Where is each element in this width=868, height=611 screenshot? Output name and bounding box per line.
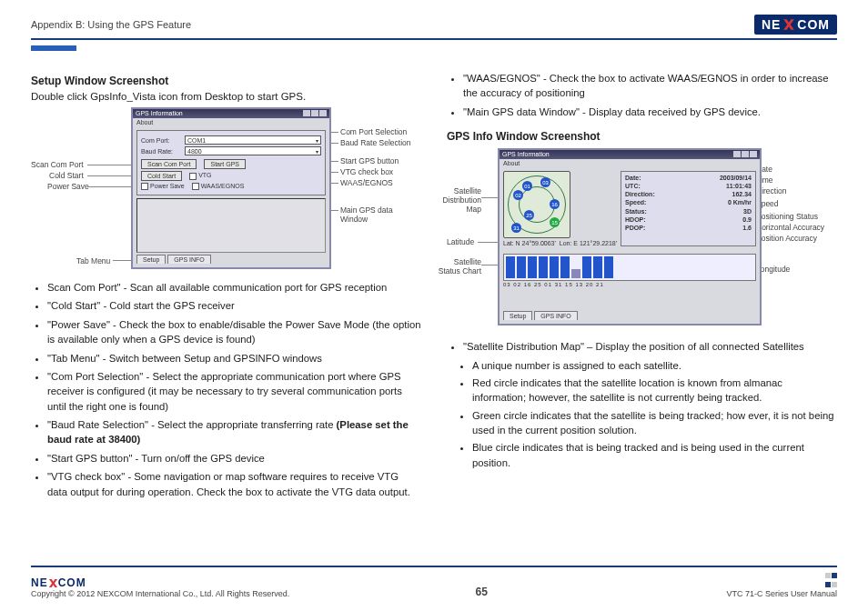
bullet-item: "Satellite Distribution Map" – Display t… [463,339,837,354]
bullet-item: "Tab Menu" - Switch between Setup and GP… [47,351,421,366]
scan-comport-button[interactable]: Scan Com Port [141,159,197,169]
callout-comsel: Com Port Selection [340,127,407,136]
left-column: Setup Window Screenshot Double click Gps… [31,67,421,503]
right-top-bullets: "WAAS/EGNOS" - Check the box to activate… [447,71,837,119]
gpsinfo-screenshot-wrap: Satellite Distribution Map Latitude Sate… [447,148,837,330]
logo-x-icon [782,18,795,31]
setup-tab[interactable]: Setup [136,255,166,264]
bullet-item: "VTG check box" - Some navigation or map… [47,469,421,499]
satellite-bars [503,254,756,281]
callout-power: Power Save [47,182,89,191]
start-gps-button[interactable]: Start GPS [204,159,246,169]
main-gps-data-area [136,198,326,253]
bullet-item: Scan Com Port" - Scan all available comm… [47,280,421,295]
right-column: "WAAS/EGNOS" - Check the box to activate… [447,67,837,503]
vtg-checkbox[interactable]: VTG [189,172,211,179]
sub-bullet-item: A unique number is assigned to each sate… [472,358,837,373]
right-bullets: "Satellite Distribution Map" – Display t… [447,339,837,354]
bullet-item: "Cold Start" - Cold start the GPS receiv… [47,298,421,313]
callout-waas: WAAS/EGNOS [340,178,393,187]
power-save-checkbox[interactable]: Power Save [141,183,185,190]
copyright-text: Copyright © 2012 NEXCOM International Co… [31,589,289,598]
brand-logo: NECOM [754,15,837,35]
comport-select[interactable]: COM1 [185,135,321,145]
callout-cold: Cold Start [49,171,84,180]
callout-vtg: VTG check box [340,167,393,176]
setup-screenshot-wrap: Scan Com Port Cold Start Power Save Tab … [31,107,421,271]
sub-bullet-item: Blue circle indicates that is being trac… [472,440,837,470]
window-titlebar-2: GPS Information [500,150,760,159]
callout-baudsel: Baud Rate Selection [340,138,411,147]
svg-marker-1 [49,578,57,586]
page-number: 65 [289,586,673,598]
sat-icon: 31 [511,223,521,233]
sat-icon: 15 [550,217,560,227]
bullet-item: "Com Port Selection" - Select the approp… [47,369,421,414]
window-titlebar: GPS Information [133,109,329,118]
baud-label: Baud Rate: [141,148,181,155]
gps-info-list: Date:2003/09/14 UTC:11:01:43 Direction:1… [621,171,756,246]
callout-lat: Latitude [447,237,474,246]
callout-hacc: Horizontal Accuracy [756,223,824,232]
about-menu-2: About [500,159,760,167]
callout-startbtn: Start GPS button [340,156,399,165]
window-title-2: GPS Information [502,151,550,158]
callout-tab: Tab Menu [76,256,110,265]
bullet-item: "Baud Rate Selection" - Select the appro… [47,417,421,447]
callout-satmap: Satellite Distribution Map [432,186,481,214]
bullet-item: "Start GPS button" - Turn on/off the GPS… [47,451,421,466]
baud-select[interactable]: 4800 [185,146,321,155]
waas-checkbox[interactable]: WAAS/EGNOS [192,183,245,190]
appendix-title: Appendix B: Using the GPS Feature [31,19,191,30]
about-menu: About [133,118,329,126]
window-title: GPS Information [136,110,183,117]
sub-bullet-item: Red circle indicates that the satellite … [472,376,837,406]
callout-scan: Scan Com Port [31,160,84,169]
setup-lead: Double click GpsInfo_Vista icon from Des… [31,91,421,102]
cold-start-button[interactable]: Cold Start [141,171,182,181]
titlebar-buttons-2 [732,151,757,158]
setup-heading: Setup Window Screenshot [31,75,421,87]
setup-window-screenshot: GPS Information About Com Port: COM1 [131,107,331,269]
comport-label: Com Port: [141,137,181,144]
setup-tab-2[interactable]: Setup [503,311,532,320]
callout-pacc: Position Accuracy [756,234,817,243]
callout-mainwin: Main GPS data Window [340,205,404,224]
svg-marker-0 [783,19,794,30]
left-bullets: Scan Com Port" - Scan all available comm… [31,280,421,499]
sub-bullet-item: Green circle indicates that the satellit… [472,408,837,438]
bullet-item: "Main GPS data Window" - Display data re… [463,105,837,119]
blue-accent-bar [31,45,76,51]
bullet-item: "WAAS/EGNOS" - Check the box to activate… [463,71,837,101]
titlebar-buttons [302,110,327,117]
page-header: Appendix B: Using the GPS Feature NECOM [31,15,837,40]
gpsinfo-heading: GPS Info Window Screenshot [447,130,837,143]
lat-text: Lat: N 24°59.0063' Lon: E 121°29.2218' [503,240,617,246]
footer-logo: NECOM [31,576,289,589]
page-footer: NECOM Copyright © 2012 NEXCOM Internatio… [31,566,837,598]
callout-pos: Positioning Status [756,212,818,221]
satellite-map: 03 02 16 25 15 01 31 [503,171,570,238]
gpsinfo-tab[interactable]: GPS INFO [167,255,210,264]
footer-squares [673,571,837,589]
bullet-item: "Power Save" - Check the box to enable/d… [47,317,421,347]
right-sub-bullets: A unique number is assigned to each sate… [447,358,837,471]
manual-title: VTC 71-C Series User Manual [673,589,837,598]
callout-satchart: Satellite Status Chart [432,257,481,275]
gpsinfo-window-screenshot: GPS Information About 03 02 16 [498,148,762,326]
gpsinfo-tab-2[interactable]: GPS INFO [534,311,577,320]
footer-logo-x-icon [48,578,58,588]
